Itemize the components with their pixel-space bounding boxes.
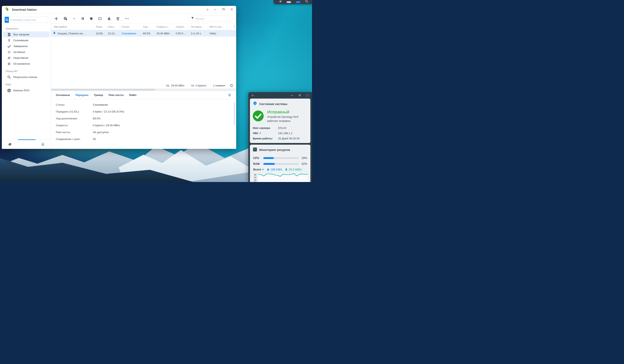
keyword-search-input[interactable] — [9, 17, 48, 23]
sidebar-item-rss-feeds[interactable]: Каналы RSS — [3, 87, 50, 93]
lan-dropdown[interactable]: ЛВС — [253, 132, 278, 135]
download-rate: 28.5 MB/s — [285, 168, 302, 171]
sidebar-item-label: Завершено — [13, 45, 28, 48]
detail-label: Скорость: — [56, 123, 93, 127]
sidebar-item-label: Все загрузки — [13, 33, 29, 36]
panel-layout-icon[interactable] — [306, 94, 309, 97]
active-icon — [7, 50, 11, 54]
column-header-remaining[interactable]: Оставше... — [189, 25, 208, 29]
status-label: Скачивание — [120, 32, 141, 35]
column-header-destination[interactable]: Место наз... — [208, 25, 231, 29]
chart-y-axis: 3024181260 — [251, 173, 256, 182]
vertical-scrollbar[interactable] — [234, 102, 235, 125]
detail-pane: Статус:Скачивание Передано (UL/DL):0 byt… — [51, 99, 236, 149]
column-header-upspeed[interactable]: Скорос... — [174, 25, 189, 29]
column-header-speed[interactable]: Скорость ... — [155, 25, 174, 29]
search-icon[interactable] — [305, 0, 308, 3]
chart-plot-area — [258, 173, 308, 182]
stop-button[interactable] — [90, 17, 93, 20]
tab-general[interactable]: Основные — [56, 91, 70, 99]
more-actions-button[interactable] — [125, 17, 129, 20]
cpu-label: CPU — [253, 156, 263, 160]
search-icon — [5, 18, 8, 22]
add-task-button[interactable] — [54, 17, 58, 21]
collapse-widgets-icon[interactable] — [290, 94, 294, 97]
add-widget-icon[interactable] — [251, 94, 254, 97]
rss-icon — [7, 89, 11, 92]
sidebar-item-stopped[interactable]: Остановлено — [3, 61, 50, 67]
sidebar-item-completed[interactable]: Завершено — [3, 43, 50, 49]
sidebar-item-label: Скачивание — [13, 39, 28, 42]
toolbar — [51, 14, 236, 24]
column-header-size[interactable]: Разм... — [94, 25, 106, 29]
close-button[interactable] — [230, 8, 233, 12]
sidebar-item-label: Остановлено — [13, 62, 30, 65]
widget-panel-header — [248, 92, 312, 98]
table-header: Имя файла Разм... Скач... Статус Ход ...… — [51, 24, 236, 30]
detail-value: 69.5% — [93, 117, 231, 121]
paused-icon — [7, 62, 11, 66]
add-from-url-button[interactable] — [63, 17, 68, 21]
horizontal-scrollbar[interactable] — [51, 89, 236, 91]
all-downloads-icon — [7, 33, 11, 36]
widget-title: Мониторинг ресурсов — [259, 148, 290, 151]
sidebar-item-all-downloads[interactable]: Все загрузки — [3, 31, 50, 37]
tab-tracker[interactable]: Трекер — [94, 91, 103, 99]
column-settings-icon[interactable] — [231, 25, 236, 29]
search-results-icon — [7, 75, 11, 79]
settings-gear-icon[interactable] — [8, 142, 12, 146]
detail-value: Скачивание — [93, 103, 231, 107]
sidebar-footer — [2, 140, 51, 149]
download-station-window: Download Station ? Загрузить Все загрузк… — [2, 6, 236, 149]
section-label-download: Загрузить — [6, 27, 47, 30]
column-header-progress[interactable]: Ход ... — [141, 25, 155, 29]
detail-label: Peer-хосты: — [56, 130, 93, 134]
tab-transfer[interactable]: Передача — [76, 91, 88, 99]
minimize-button[interactable] — [214, 8, 217, 12]
inactive-app-icon[interactable] — [287, 1, 291, 3]
collapse-panel-icon[interactable] — [228, 91, 231, 99]
inactive-icon — [7, 56, 11, 60]
column-header-downloaded[interactable]: Скач... — [106, 25, 120, 29]
tab-peers[interactable]: Peer-хосты — [109, 91, 124, 99]
task-list-empty-area — [51, 37, 236, 83]
resume-button[interactable] — [73, 17, 76, 20]
resource-monitor-icon — [253, 147, 257, 152]
column-header-status[interactable]: Статус — [120, 25, 141, 29]
widget-panel: Состояние системы Исправный Устройство S… — [248, 92, 312, 182]
maximize-button[interactable] — [222, 8, 225, 12]
detail-label: Статус: — [56, 103, 93, 107]
upload-rate: 198 KB/s — [267, 168, 282, 171]
server-name-label: Имя сервера — [253, 126, 278, 129]
ram-percent: 32% — [299, 162, 307, 166]
network-chart: 3024181260 — [251, 173, 308, 182]
sidebar-item-search-results[interactable]: Результаты поиска — [3, 74, 50, 80]
horizontal-scrollbar-thumb[interactable] — [51, 89, 155, 91]
column-header-name[interactable]: Имя файла — [51, 25, 94, 29]
emule-tab-icon[interactable] — [40, 142, 45, 147]
chat-icon[interactable] — [278, 0, 282, 3]
active-app-icon[interactable] — [296, 1, 300, 3]
tab-file[interactable]: Файл — [129, 91, 136, 99]
total-upload-rate: UL: 0 bytes/s — [188, 84, 210, 87]
refresh-icon[interactable] — [229, 84, 234, 87]
sidebar-item-downloading[interactable]: Скачивание — [3, 37, 50, 43]
total-dropdown[interactable]: Всего — [253, 168, 264, 171]
sidebar-item-inactive[interactable]: Неактивное — [3, 55, 50, 61]
pin-icon[interactable] — [298, 94, 301, 97]
destination-folder: Video — [208, 32, 231, 35]
cpu-progress-bar — [263, 157, 299, 159]
delete-button[interactable] — [116, 17, 120, 21]
pause-button[interactable] — [81, 17, 84, 20]
bt-download-tab-icon[interactable] — [24, 142, 29, 147]
time-remaining: 3 m 20 s — [189, 32, 208, 35]
search-button[interactable] — [5, 17, 9, 23]
table-row[interactable]: Хищник_Планета см... 18.89... 13.13... С… — [51, 30, 236, 37]
help-button[interactable]: ? — [207, 8, 208, 12]
total-download-rate: DL: 29.45 MB/s — [163, 84, 188, 87]
edit-button[interactable] — [98, 17, 102, 21]
clean-button[interactable] — [107, 17, 111, 21]
filter-input[interactable] — [196, 17, 231, 20]
sidebar-item-active[interactable]: Активное — [3, 49, 50, 55]
sidebar-item-label: Неактивное — [13, 56, 28, 59]
